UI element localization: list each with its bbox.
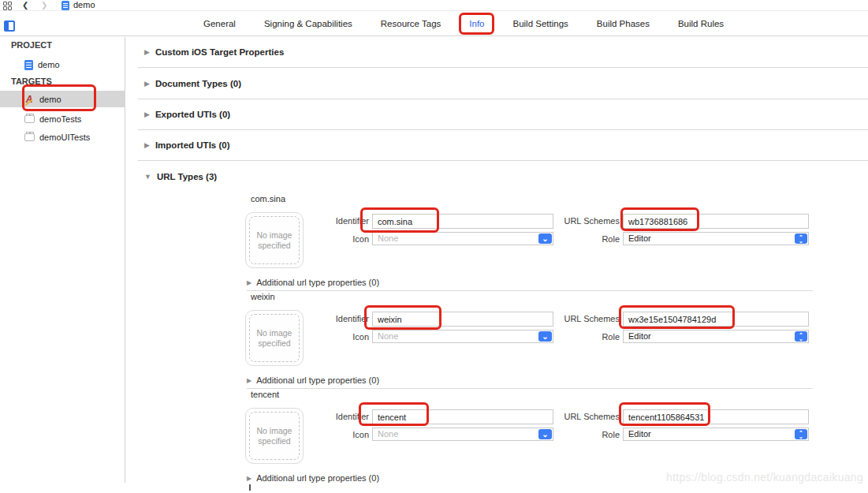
url-type-name: tencent [251,390,279,399]
tab-info-label: Info [469,19,484,28]
watermark-text: https://blog.csdn.net/kuangdacaikuang [666,471,863,484]
disclosure-triangle-icon[interactable]: ▶ [247,475,251,482]
forward-chevron-icon[interactable]: ❯ [41,0,47,11]
jump-bar: ❮ ❯ demo [0,0,868,11]
xcode-window: ❮ ❯ demo General Signing & Capabilities … [0,0,868,493]
identifier-label: Identifier [291,214,369,229]
role-label: Role [496,428,620,443]
icon-label: Icon [291,428,369,443]
no-image-placeholder: No image specified [255,328,293,349]
url-type-group-com-sina: com.sina No image specified Identifier I… [125,194,835,292]
section-label: Exported UTIs (0) [155,110,230,119]
additional-properties-label: Additional url type properties (0) [256,278,379,287]
tab-overview-icon[interactable] [3,2,12,10]
url-schemes-label: URL Schemes [496,214,620,229]
sidebar-item-label: demoUITests [39,133,90,142]
sidebar-item-label: demo [38,60,60,69]
disclosure-triangle-icon[interactable]: ▶ [144,141,150,149]
back-chevron-icon[interactable]: ❮ [22,0,28,11]
role-label: Role [496,232,620,247]
role-dropdown[interactable]: Editor ⌃⌄ [623,232,809,245]
sidebar-item-label: demoTests [39,114,81,124]
url-schemes-label: URL Schemes [496,409,620,424]
disclosure-triangle-icon[interactable]: ▶ [144,110,150,118]
section-exported-utis[interactable]: ▶ Exported UTIs (0) [138,99,868,130]
stepper-icon[interactable]: ⌃⌄ [795,331,807,342]
group-divider [247,388,813,389]
stepper-icon[interactable]: ⌃⌄ [795,429,807,439]
sidebar-item-label: demo [39,95,61,104]
tab-signing-capabilities[interactable]: Signing & Capabilities [264,19,352,28]
role-dropdown-value: Editor [624,233,808,245]
test-bundle-icon [24,115,35,123]
info-editor-pane: ▶ Custom iOS Target Properties ▶ Documen… [125,37,868,493]
tab-general[interactable]: General [203,19,236,28]
icon-label: Icon [291,330,369,345]
tab-resource-tags[interactable]: Resource Tags [381,19,441,28]
tab-build-settings[interactable]: Build Settings [512,19,568,28]
url-schemes-input[interactable] [623,409,809,424]
grid-cell [8,2,12,6]
app-target-icon: A [24,94,35,105]
group-divider [247,290,813,291]
section-label: Document Types (0) [155,79,241,88]
no-image-placeholder: No image specified [255,426,293,446]
url-schemes-label: URL Schemes [496,312,620,327]
grid-cell [8,6,12,10]
role-dropdown[interactable]: Editor ⌃⌄ [623,330,809,343]
project-header: PROJECT [11,40,52,50]
disclosure-triangle-icon[interactable]: ▶ [247,279,251,286]
project-file-icon [61,1,69,10]
icon-label: Icon [291,232,369,247]
test-bundle-icon [24,133,35,141]
section-label: URL Types (3) [157,172,217,181]
sidebar-toggle-icon[interactable] [4,21,15,32]
grid-cell [3,6,7,10]
disclosure-triangle-icon[interactable]: ▶ [144,80,150,88]
section-document-types[interactable]: ▶ Document Types (0) [138,69,868,99]
additional-properties-row[interactable]: ▶ Additional url type properties (0) [247,473,379,483]
tab-build-rules[interactable]: Build Rules [678,19,724,28]
disclosure-triangle-icon[interactable]: ▶ [247,377,251,384]
disclosure-triangle-icon[interactable]: ▶ [144,48,150,56]
additional-properties-row[interactable]: ▶ Additional url type properties (0) [247,375,379,385]
tab-build-phases[interactable]: Build Phases [597,19,650,28]
additional-properties-label: Additional url type properties (0) [256,375,379,385]
additional-properties-row[interactable]: ▶ Additional url type properties (0) [247,278,379,287]
editor-tab-bar: General Signing & Capabilities Resource … [0,11,868,36]
stepper-icon[interactable]: ⌃⌄ [795,233,807,244]
section-label: Imported UTIs (0) [155,140,230,150]
section-imported-utis[interactable]: ▶ Imported UTIs (0) [138,130,868,161]
url-type-name: weixin [251,292,275,301]
no-image-placeholder: No image specified [255,230,293,251]
targets-header: TARGETS [11,77,52,86]
section-label: Custom iOS Target Properties [155,47,284,57]
sidebar-item-target-demotests[interactable]: demoTests [0,113,125,125]
identifier-label: Identifier [291,312,369,327]
section-url-types[interactable]: ▼ URL Types (3) [138,161,868,192]
additional-properties-label: Additional url type properties (0) [256,473,379,483]
identifier-label: Identifier [291,409,369,424]
sidebar-item-project-demo[interactable]: demo [0,58,125,72]
disclosure-triangle-icon[interactable]: ▼ [144,173,151,181]
tab-info[interactable]: Info [469,19,484,28]
role-dropdown-value: Editor [624,331,808,342]
breadcrumb[interactable]: demo [73,0,95,11]
role-dropdown-value: Editor [624,428,808,440]
text-caret [249,484,251,491]
sidebar-item-target-demouitests[interactable]: demoUITests [0,131,125,144]
url-schemes-input[interactable] [623,214,809,229]
url-type-name: com.sina [251,194,285,204]
project-doc-icon [24,60,33,70]
url-schemes-input[interactable] [623,312,809,327]
role-label: Role [496,330,620,345]
grid-cell [3,2,7,6]
section-custom-ios-target-properties[interactable]: ▶ Custom iOS Target Properties [138,37,868,68]
url-type-group-weixin: weixin No image specified Identifier Ico… [125,292,835,390]
role-dropdown[interactable]: Editor ⌃⌄ [623,428,809,441]
sidebar-item-target-demo[interactable]: A demo [0,91,125,107]
project-navigator-sidebar: PROJECT demo TARGETS A demo demoTests de… [0,37,125,483]
